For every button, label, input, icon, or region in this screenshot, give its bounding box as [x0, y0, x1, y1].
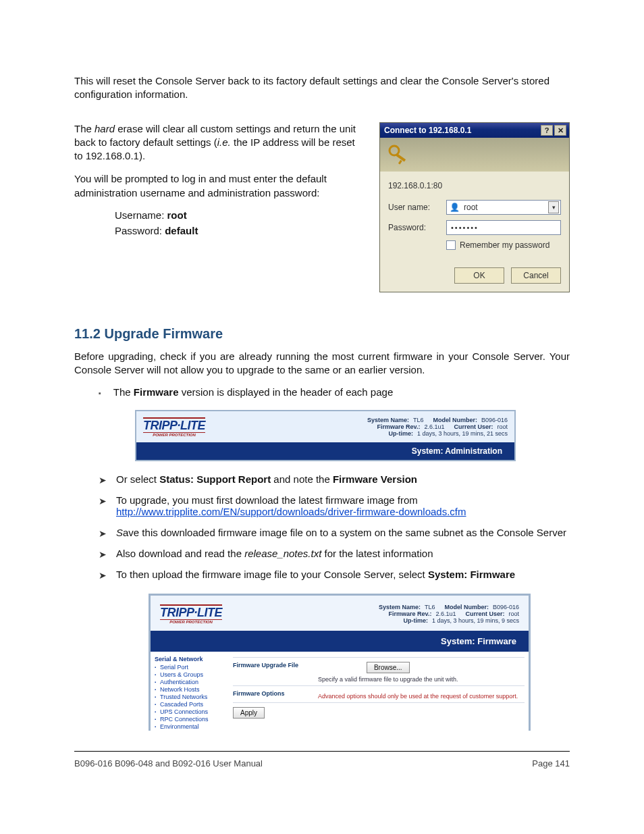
password-field[interactable]: ••••••• [446, 220, 561, 235]
remember-checkbox[interactable] [446, 240, 456, 250]
firmware-options-note: Advanced options should only be used at … [318, 693, 518, 700]
intro-paragraph: This will reset the Console Server back … [74, 74, 570, 102]
nav-serial-port[interactable]: Serial Port [155, 664, 225, 671]
section-lead: Before upgrading, check if you are alrea… [74, 350, 570, 377]
download-link[interactable]: http://www.tripplite.com/EN/support/down… [116, 506, 466, 517]
arrow-upload-firmware: To then upload the firmware image file t… [99, 569, 570, 580]
nav-ups-connections[interactable]: UPS Connections [155, 708, 225, 715]
help-button[interactable]: ? [541, 125, 553, 136]
close-button[interactable]: ✕ [554, 125, 566, 136]
username-label: User name: [388, 203, 446, 212]
nav-environmental[interactable]: Environmental [155, 723, 225, 730]
username-dropdown[interactable]: ▾ [548, 201, 559, 213]
nav-trusted-networks[interactable]: Trusted Networks [155, 694, 225, 700]
default-password-line: Password: default [115, 225, 365, 236]
password-label: Password: [388, 223, 446, 232]
footer-right: Page 141 [532, 758, 570, 768]
nav-authentication[interactable]: Authentication [155, 679, 225, 685]
firmware-page-figure: TRIPP·LITE POWER PROTECTION System Name:… [149, 594, 531, 731]
ok-button[interactable]: OK [454, 267, 504, 284]
section-heading: 11.2 Upgrade Firmware [74, 326, 570, 342]
apply-button[interactable]: Apply [233, 707, 265, 719]
upgrade-file-hint: Specify a valid firmware file to upgrade… [318, 676, 458, 683]
default-username-line: Username: root [115, 209, 365, 221]
dialog-title: Connect to 192.168.0.1 [384, 126, 471, 135]
keys-icon [385, 142, 411, 167]
login-dialog: Connect to 192.168.0.1 ? ✕ 192.168.0.1:8… [379, 122, 570, 292]
arrow-save-image: Save this downloaded firmware image file… [99, 527, 570, 538]
firmware-options-label: Firmware Options [233, 690, 308, 697]
arrow-release-notes: Also download and read the release_notes… [99, 548, 570, 559]
username-field[interactable]: 👤 root ▾ [446, 200, 561, 215]
banner2-title: System: Firmware [151, 631, 529, 652]
upgrade-file-label: Firmware Upgrade File [233, 662, 308, 669]
nav-network-hosts[interactable]: Network Hosts [155, 686, 225, 693]
nav-rpc-connections[interactable]: RPC Connections [155, 716, 225, 723]
login-prompt-paragraph: You will be prompted to log in and must … [74, 172, 365, 200]
header-banner-figure: TRIPP·LITE POWER PROTECTION System Name:… [135, 410, 516, 461]
nav-cascaded-ports[interactable]: Cascaded Ports [155, 701, 225, 708]
firmware-header-bullet: The Firmware version is displayed in the… [99, 386, 570, 398]
svg-rect-2 [398, 159, 402, 164]
footer-left: B096-016 B096-048 and B092-016 User Manu… [74, 758, 263, 768]
nav-users-groups[interactable]: Users & Groups [155, 671, 225, 678]
banner1-title: System: Administration [136, 442, 514, 460]
tripplite-logo: TRIPP·LITE POWER PROTECTION [143, 417, 205, 437]
dialog-banner [380, 138, 569, 172]
arrow-download-firmware: To upgrade, you must first download the … [99, 494, 570, 517]
footer-rule [74, 751, 570, 752]
server-address: 192.168.0.1:80 [388, 181, 561, 190]
user-icon: 👤 [447, 203, 464, 212]
hard-erase-paragraph: The hard erase will clear all custom set… [74, 122, 365, 163]
browse-button[interactable]: Browse... [367, 662, 410, 673]
arrow-support-report: Or select Status: Support Report and not… [99, 473, 570, 485]
cancel-button[interactable]: Cancel [511, 267, 561, 284]
tripplite-logo-2: TRIPP·LITE POWER PROTECTION [160, 604, 222, 624]
side-nav: Serial & Network Serial Port Users & Gro… [151, 652, 229, 731]
remember-label: Remember my password [460, 240, 549, 250]
